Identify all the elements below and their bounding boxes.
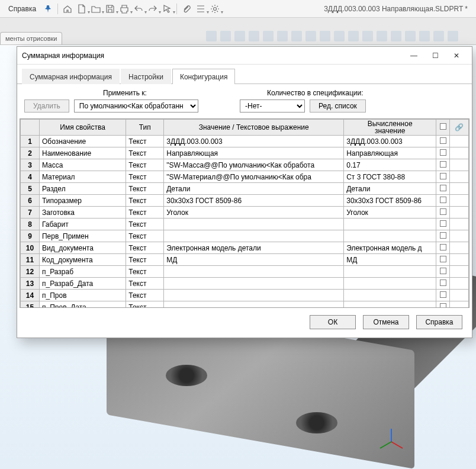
cell-check[interactable] [436,230,450,242]
help-button[interactable]: Справка [416,315,462,329]
gear-icon[interactable] [208,2,222,16]
checkbox-icon[interactable] [440,123,446,130]
close-button[interactable]: ✕ [446,49,467,63]
cell-link[interactable] [449,207,468,219]
table-row[interactable]: 8ГабаритТекст [21,219,469,230]
cell-type[interactable]: Текст [126,266,164,278]
select-icon[interactable] [160,2,174,16]
table-row[interactable]: 15п_Пров_ДатаТекст [21,301,469,309]
ok-button[interactable]: ОК [310,315,356,329]
table-row[interactable]: 9Перв_ПрименТекст [21,230,469,242]
table-row[interactable]: 4МатериалТекст"SW-Материал@@По умолчанию… [21,171,469,183]
col-header-check[interactable] [436,120,450,136]
cell-check[interactable] [436,290,450,301]
cell-name[interactable]: Габарит [39,219,126,230]
cell-eval[interactable] [344,301,436,309]
cancel-button[interactable]: Отмена [363,315,409,329]
bg-tool-icon[interactable] [291,31,302,41]
attach-icon[interactable] [179,2,194,16]
cell-check[interactable] [436,301,450,309]
bg-tool-icon[interactable] [220,31,231,41]
cell-index[interactable]: 3 [21,159,40,171]
table-row[interactable]: 11Код_документаТекстМДМД [21,254,469,266]
cell-check[interactable] [436,278,450,290]
cell-name[interactable]: Типоразмер [39,195,126,207]
cell-link[interactable] [449,195,468,207]
home-icon[interactable] [60,2,75,16]
checkbox-icon[interactable] [440,149,446,156]
redo-icon[interactable] [146,2,160,16]
cell-eval[interactable] [344,266,436,278]
cell-link[interactable] [449,301,468,309]
bg-tool-icon[interactable] [263,31,274,41]
cell-eval[interactable] [344,278,436,290]
cell-expr[interactable]: "SW-Материал@@По умолчанию<Как обра [164,171,344,183]
bg-tool-icon[interactable] [277,31,288,41]
checkbox-icon[interactable] [440,280,446,286]
cell-index[interactable]: 6 [21,195,40,207]
table-row[interactable]: 7ЗаготовкаТекстУголокУголок [21,207,469,219]
cell-index[interactable]: 5 [21,183,40,195]
cell-expr[interactable] [164,230,344,242]
cell-expr[interactable]: МД [164,254,344,266]
cell-expr[interactable]: "SW-Масса@@По умолчанию<Как обработа [164,159,344,171]
cell-index[interactable]: 7 [21,207,40,219]
col-header-type[interactable]: Тип [126,120,164,136]
cell-name[interactable]: Вид_документа [39,242,126,254]
col-header-expr[interactable]: Значение / Текстовое выражение [164,120,344,136]
checkbox-icon[interactable] [440,244,446,250]
cell-check[interactable] [436,242,450,254]
cell-expr[interactable]: Электронная модель детали [164,242,344,254]
cell-expr[interactable] [164,278,344,290]
cell-check[interactable] [436,207,450,219]
cell-expr[interactable]: 3ДДД.003.00.003 [164,136,344,147]
table-row[interactable]: 5РазделТекстДеталиДетали [21,183,469,195]
cell-name[interactable]: п_Пров [39,290,126,301]
cell-eval[interactable]: Ст 3 ГОСТ 380-88 [344,171,436,183]
table-row[interactable]: 3МассаТекст"SW-Масса@@По умолчанию<Как о… [21,159,469,171]
table-row[interactable]: 13п_Разраб_ДатаТекст [21,278,469,290]
table-row[interactable]: 10Вид_документаТекстЭлектронная модель д… [21,242,469,254]
bom-qty-select[interactable]: -Нет- [240,99,305,113]
cell-link[interactable] [449,219,468,230]
tab-summary[interactable]: Суммарная информация [22,69,120,84]
checkbox-icon[interactable] [440,173,446,179]
cell-index[interactable]: 10 [21,242,40,254]
cell-link[interactable] [449,242,468,254]
cell-type[interactable]: Текст [126,219,164,230]
bg-tool-icon[interactable] [249,31,259,41]
cell-index[interactable]: 1 [21,136,40,147]
cell-check[interactable] [436,195,450,207]
checkbox-icon[interactable] [440,220,446,227]
bg-tab[interactable]: менты отрисовки [0,32,62,44]
cell-eval[interactable] [344,219,436,230]
cell-check[interactable] [436,159,450,171]
cell-index[interactable]: 11 [21,254,40,266]
bg-tool-icon[interactable] [405,31,416,41]
cell-name[interactable]: Раздел [39,183,126,195]
bg-tool-icon[interactable] [433,31,444,41]
cell-name[interactable]: Материал [39,171,126,183]
cell-name[interactable]: Перв_Примен [39,230,126,242]
cell-check[interactable] [436,266,450,278]
maximize-button[interactable]: ☐ [424,49,446,63]
cell-eval[interactable]: Направляющая [344,147,436,159]
checkbox-icon[interactable] [440,291,446,298]
cell-type[interactable]: Текст [126,230,164,242]
cell-name[interactable]: п_Разраб [39,266,126,278]
cell-expr[interactable] [164,290,344,301]
checkbox-icon[interactable] [440,232,446,239]
table-row[interactable]: 2НаименованиеТекстНаправляющаяНаправляющ… [21,147,469,159]
cell-link[interactable] [449,290,468,301]
cell-check[interactable] [436,219,450,230]
tab-configuration[interactable]: Конфигурация [172,69,236,84]
help-menu[interactable]: Справка [4,5,41,13]
cell-check[interactable] [436,171,450,183]
bg-tool-icon[interactable] [234,31,245,41]
cell-type[interactable]: Текст [126,159,164,171]
cell-name[interactable]: Масса [39,159,126,171]
property-table-wrap[interactable]: Имя свойства Тип Значение / Текстовое вы… [20,118,469,308]
cell-link[interactable] [449,266,468,278]
cell-expr[interactable] [164,219,344,230]
checkbox-icon[interactable] [440,137,446,144]
